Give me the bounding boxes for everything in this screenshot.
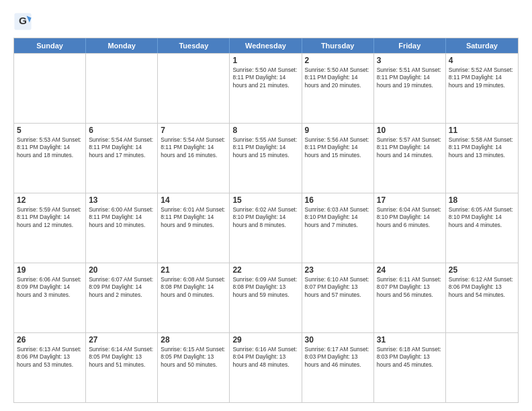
day-number: 31 bbox=[377, 335, 443, 345]
calendar-day-7: 7Sunrise: 5:54 AM Sunset: 8:11 PM Daylig… bbox=[158, 124, 230, 193]
logo-icon: G bbox=[13, 12, 32, 31]
day-info: Sunrise: 5:59 AM Sunset: 8:11 PM Dayligh… bbox=[17, 206, 83, 229]
calendar-day-6: 6Sunrise: 5:54 AM Sunset: 8:11 PM Daylig… bbox=[86, 124, 158, 193]
day-info: Sunrise: 6:00 AM Sunset: 8:11 PM Dayligh… bbox=[89, 206, 154, 229]
day-number: 23 bbox=[305, 265, 371, 275]
day-info: Sunrise: 6:13 AM Sunset: 8:06 PM Dayligh… bbox=[17, 346, 83, 369]
day-number: 17 bbox=[377, 195, 443, 205]
day-number: 10 bbox=[377, 126, 443, 135]
calendar-day-empty bbox=[86, 54, 158, 123]
calendar-day-20: 20Sunrise: 6:07 AM Sunset: 8:09 PM Dayli… bbox=[86, 263, 158, 332]
calendar-day-27: 27Sunrise: 6:14 AM Sunset: 8:05 PM Dayli… bbox=[86, 333, 158, 402]
calendar-day-26: 26Sunrise: 6:13 AM Sunset: 8:06 PM Dayli… bbox=[14, 333, 86, 402]
calendar-row-2: 12Sunrise: 5:59 AM Sunset: 8:11 PM Dayli… bbox=[14, 193, 518, 263]
day-info: Sunrise: 5:51 AM Sunset: 8:11 PM Dayligh… bbox=[377, 66, 443, 89]
day-info: Sunrise: 6:05 AM Sunset: 8:10 PM Dayligh… bbox=[449, 206, 515, 229]
calendar-day-empty bbox=[446, 333, 518, 402]
day-number: 27 bbox=[89, 335, 154, 345]
calendar-day-18: 18Sunrise: 6:05 AM Sunset: 8:10 PM Dayli… bbox=[446, 193, 518, 263]
day-info: Sunrise: 6:06 AM Sunset: 8:09 PM Dayligh… bbox=[17, 276, 83, 299]
day-number: 5 bbox=[17, 126, 83, 135]
calendar-day-1: 1Sunrise: 5:50 AM Sunset: 8:11 PM Daylig… bbox=[230, 54, 302, 123]
day-info: Sunrise: 6:07 AM Sunset: 8:09 PM Dayligh… bbox=[89, 276, 154, 299]
calendar-day-13: 13Sunrise: 6:00 AM Sunset: 8:11 PM Dayli… bbox=[86, 193, 158, 263]
calendar-day-28: 28Sunrise: 6:15 AM Sunset: 8:05 PM Dayli… bbox=[158, 333, 230, 402]
calendar-row-3: 19Sunrise: 6:06 AM Sunset: 8:09 PM Dayli… bbox=[14, 263, 518, 332]
day-info: Sunrise: 5:57 AM Sunset: 8:11 PM Dayligh… bbox=[377, 136, 443, 159]
day-number: 12 bbox=[17, 195, 83, 205]
header-day-saturday: Saturday bbox=[446, 38, 518, 53]
day-number: 28 bbox=[161, 335, 226, 345]
calendar-row-0: 1Sunrise: 5:50 AM Sunset: 8:11 PM Daylig… bbox=[14, 53, 518, 123]
day-number: 15 bbox=[232, 195, 298, 205]
day-number: 4 bbox=[449, 56, 515, 65]
calendar-row-1: 5Sunrise: 5:53 AM Sunset: 8:11 PM Daylig… bbox=[14, 123, 518, 193]
day-info: Sunrise: 6:08 AM Sunset: 8:08 PM Dayligh… bbox=[161, 276, 226, 299]
header: G bbox=[13, 12, 519, 31]
calendar-day-21: 21Sunrise: 6:08 AM Sunset: 8:08 PM Dayli… bbox=[158, 263, 230, 332]
day-info: Sunrise: 6:02 AM Sunset: 8:10 PM Dayligh… bbox=[232, 206, 298, 229]
day-number: 1 bbox=[232, 56, 298, 65]
calendar-day-22: 22Sunrise: 6:09 AM Sunset: 8:08 PM Dayli… bbox=[230, 263, 302, 332]
header-day-friday: Friday bbox=[374, 38, 446, 53]
calendar-day-8: 8Sunrise: 5:55 AM Sunset: 8:11 PM Daylig… bbox=[230, 124, 302, 193]
day-info: Sunrise: 6:15 AM Sunset: 8:05 PM Dayligh… bbox=[161, 346, 226, 369]
day-info: Sunrise: 5:56 AM Sunset: 8:11 PM Dayligh… bbox=[305, 136, 371, 159]
header-day-sunday: Sunday bbox=[14, 38, 86, 53]
day-info: Sunrise: 6:18 AM Sunset: 8:03 PM Dayligh… bbox=[377, 346, 443, 369]
day-number: 25 bbox=[449, 265, 515, 275]
day-number: 22 bbox=[232, 265, 298, 275]
day-info: Sunrise: 6:16 AM Sunset: 8:04 PM Dayligh… bbox=[232, 346, 298, 369]
calendar-day-14: 14Sunrise: 6:01 AM Sunset: 8:11 PM Dayli… bbox=[158, 193, 230, 263]
calendar-day-25: 25Sunrise: 6:12 AM Sunset: 8:06 PM Dayli… bbox=[446, 263, 518, 332]
day-info: Sunrise: 5:55 AM Sunset: 8:11 PM Dayligh… bbox=[232, 136, 298, 159]
day-info: Sunrise: 6:12 AM Sunset: 8:06 PM Dayligh… bbox=[449, 276, 515, 299]
header-day-thursday: Thursday bbox=[302, 38, 374, 53]
calendar-day-11: 11Sunrise: 5:58 AM Sunset: 8:11 PM Dayli… bbox=[446, 124, 518, 193]
day-info: Sunrise: 6:03 AM Sunset: 8:10 PM Dayligh… bbox=[305, 206, 371, 229]
calendar-day-4: 4Sunrise: 5:52 AM Sunset: 8:11 PM Daylig… bbox=[446, 54, 518, 123]
day-number: 2 bbox=[305, 56, 371, 65]
calendar-day-17: 17Sunrise: 6:04 AM Sunset: 8:10 PM Dayli… bbox=[374, 193, 446, 263]
day-number: 11 bbox=[449, 126, 515, 135]
day-info: Sunrise: 6:17 AM Sunset: 8:03 PM Dayligh… bbox=[305, 346, 371, 369]
day-info: Sunrise: 6:01 AM Sunset: 8:11 PM Dayligh… bbox=[161, 206, 226, 229]
logo: G bbox=[13, 12, 35, 31]
calendar-body: 1Sunrise: 5:50 AM Sunset: 8:11 PM Daylig… bbox=[14, 53, 518, 402]
calendar-day-10: 10Sunrise: 5:57 AM Sunset: 8:11 PM Dayli… bbox=[374, 124, 446, 193]
day-number: 18 bbox=[449, 195, 515, 205]
calendar-day-29: 29Sunrise: 6:16 AM Sunset: 8:04 PM Dayli… bbox=[230, 333, 302, 402]
calendar-day-12: 12Sunrise: 5:59 AM Sunset: 8:11 PM Dayli… bbox=[14, 193, 86, 263]
calendar-day-30: 30Sunrise: 6:17 AM Sunset: 8:03 PM Dayli… bbox=[302, 333, 374, 402]
day-number: 14 bbox=[161, 195, 226, 205]
day-number: 24 bbox=[377, 265, 443, 275]
calendar: SundayMondayTuesdayWednesdayThursdayFrid… bbox=[13, 38, 519, 403]
header-day-monday: Monday bbox=[86, 38, 158, 53]
day-number: 3 bbox=[377, 56, 443, 65]
calendar-day-9: 9Sunrise: 5:56 AM Sunset: 8:11 PM Daylig… bbox=[302, 124, 374, 193]
day-info: Sunrise: 5:54 AM Sunset: 8:11 PM Dayligh… bbox=[89, 136, 154, 159]
calendar-day-5: 5Sunrise: 5:53 AM Sunset: 8:11 PM Daylig… bbox=[14, 124, 86, 193]
svg-text:G: G bbox=[19, 15, 27, 26]
day-number: 29 bbox=[232, 335, 298, 345]
day-info: Sunrise: 5:50 AM Sunset: 8:11 PM Dayligh… bbox=[305, 66, 371, 89]
day-info: Sunrise: 5:50 AM Sunset: 8:11 PM Dayligh… bbox=[232, 66, 298, 89]
day-number: 8 bbox=[232, 126, 298, 135]
day-info: Sunrise: 5:54 AM Sunset: 8:11 PM Dayligh… bbox=[161, 136, 226, 159]
calendar-day-empty bbox=[158, 54, 230, 123]
calendar-day-23: 23Sunrise: 6:10 AM Sunset: 8:07 PM Dayli… bbox=[302, 263, 374, 332]
calendar-day-19: 19Sunrise: 6:06 AM Sunset: 8:09 PM Dayli… bbox=[14, 263, 86, 332]
day-info: Sunrise: 5:52 AM Sunset: 8:11 PM Dayligh… bbox=[449, 66, 515, 89]
day-number: 7 bbox=[161, 126, 226, 135]
day-info: Sunrise: 6:11 AM Sunset: 8:07 PM Dayligh… bbox=[377, 276, 443, 299]
day-number: 6 bbox=[89, 126, 154, 135]
day-info: Sunrise: 5:58 AM Sunset: 8:11 PM Dayligh… bbox=[449, 136, 515, 159]
day-number: 20 bbox=[89, 265, 154, 275]
day-number: 21 bbox=[161, 265, 226, 275]
page: G SundayMondayTuesdayWednesdayThursdayFr… bbox=[0, 0, 532, 411]
day-number: 26 bbox=[17, 335, 83, 345]
day-info: Sunrise: 6:10 AM Sunset: 8:07 PM Dayligh… bbox=[305, 276, 371, 299]
calendar-day-16: 16Sunrise: 6:03 AM Sunset: 8:10 PM Dayli… bbox=[302, 193, 374, 263]
calendar-row-4: 26Sunrise: 6:13 AM Sunset: 8:06 PM Dayli… bbox=[14, 332, 518, 402]
calendar-header: SundayMondayTuesdayWednesdayThursdayFrid… bbox=[14, 38, 518, 53]
